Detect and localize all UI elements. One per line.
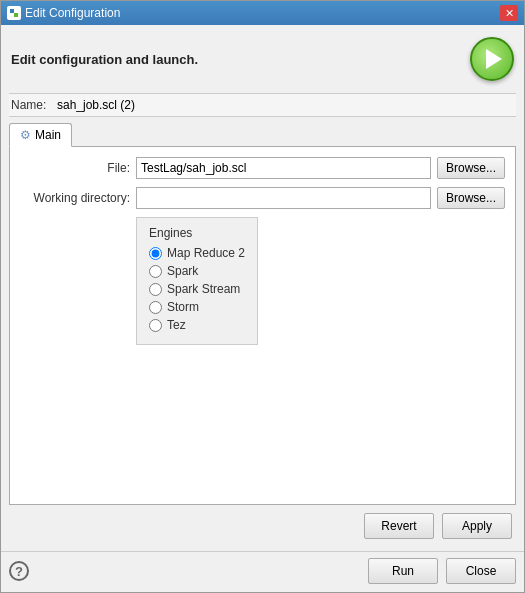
name-row: Name: sah_job.scl (2) [9, 93, 516, 117]
header-row: Edit configuration and launch. [9, 33, 516, 85]
help-button[interactable]: ? [9, 561, 29, 581]
apply-button[interactable]: Apply [442, 513, 512, 539]
name-label: Name: [11, 98, 51, 112]
engine-spark-radio[interactable] [149, 265, 162, 278]
engine-tez-label[interactable]: Tez [167, 318, 186, 332]
play-icon [486, 49, 502, 69]
launch-button[interactable] [470, 37, 514, 81]
engine-mapreduce2-row: Map Reduce 2 [149, 246, 245, 260]
edit-configuration-window: Edit Configuration ✕ Edit configuration … [0, 0, 525, 593]
engine-tez-radio[interactable] [149, 319, 162, 332]
workdir-input[interactable] [136, 187, 431, 209]
title-bar-left: Edit Configuration [7, 6, 120, 20]
engine-sparkstream-label[interactable]: Spark Stream [167, 282, 240, 296]
title-bar: Edit Configuration ✕ [1, 1, 524, 25]
svg-rect-0 [10, 9, 14, 13]
engine-mapreduce2-label[interactable]: Map Reduce 2 [167, 246, 245, 260]
file-label: File: [20, 161, 130, 175]
engines-section: Engines Map Reduce 2 Spark Spark Stream [136, 217, 505, 345]
footer-buttons: Run Close [368, 558, 516, 584]
close-button[interactable]: Close [446, 558, 516, 584]
engines-title: Engines [149, 226, 245, 240]
tab-main-label: Main [35, 128, 61, 142]
svg-rect-1 [14, 13, 18, 17]
workdir-row: Working directory: Browse... [20, 187, 505, 209]
engine-storm-radio[interactable] [149, 301, 162, 314]
window-title: Edit Configuration [25, 6, 120, 20]
engine-sparkstream-radio[interactable] [149, 283, 162, 296]
engine-spark-row: Spark [149, 264, 245, 278]
file-row: File: Browse... [20, 157, 505, 179]
window-close-button[interactable]: ✕ [500, 5, 518, 21]
file-browse-button[interactable]: Browse... [437, 157, 505, 179]
main-panel: File: Browse... Working directory: Brows… [9, 146, 516, 505]
tab-main[interactable]: ⚙ Main [9, 123, 72, 147]
engine-storm-label[interactable]: Storm [167, 300, 199, 314]
footer-row: ? Run Close [1, 551, 524, 592]
tabs-row: ⚙ Main [9, 123, 516, 147]
workdir-browse-button[interactable]: Browse... [437, 187, 505, 209]
name-value: sah_job.scl (2) [57, 98, 135, 112]
tab-main-icon: ⚙ [20, 128, 31, 142]
run-button[interactable]: Run [368, 558, 438, 584]
engine-storm-row: Storm [149, 300, 245, 314]
engines-box: Engines Map Reduce 2 Spark Spark Stream [136, 217, 258, 345]
engine-sparkstream-row: Spark Stream [149, 282, 245, 296]
revert-button[interactable]: Revert [364, 513, 434, 539]
app-icon [7, 6, 21, 20]
engine-tez-row: Tez [149, 318, 245, 332]
bottom-buttons-row: Revert Apply [9, 505, 516, 543]
header-description: Edit configuration and launch. [11, 52, 198, 67]
workdir-label: Working directory: [20, 191, 130, 205]
engine-spark-label[interactable]: Spark [167, 264, 198, 278]
content-area: Edit configuration and launch. Name: sah… [1, 25, 524, 551]
file-input[interactable] [136, 157, 431, 179]
engine-mapreduce2-radio[interactable] [149, 247, 162, 260]
